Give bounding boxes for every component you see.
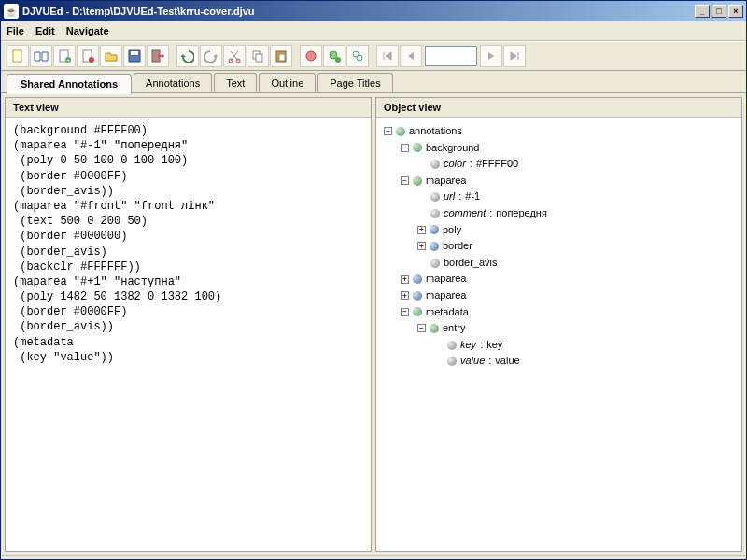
tool-link-button[interactable] — [346, 45, 369, 67]
close-button[interactable]: × — [728, 5, 743, 18]
tree-node-metadata[interactable]: −metadata — [384, 304, 734, 321]
tree-leaf-url[interactable]: url:#-1 — [384, 189, 734, 205]
svg-rect-12 — [256, 54, 262, 62]
statusbar — [1, 555, 746, 559]
paste-button[interactable] — [270, 45, 292, 67]
tab-shared-annotations[interactable]: Shared Annotations — [7, 74, 132, 94]
last-page-button[interactable] — [503, 45, 526, 67]
tool-circle-button[interactable] — [300, 45, 322, 67]
undo-button[interactable] — [176, 45, 199, 67]
open-folder-button[interactable] — [100, 45, 122, 67]
add-page-button[interactable]: + — [53, 45, 76, 67]
save-button[interactable] — [123, 45, 146, 67]
tab-text[interactable]: Text — [214, 73, 257, 92]
menu-file[interactable]: File — [7, 25, 24, 36]
text-view-header: Text view — [6, 98, 371, 118]
toggle-icon[interactable]: − — [401, 308, 409, 316]
object-view-panel: Object view −annotations −background col… — [375, 97, 742, 552]
maximize-button[interactable]: □ — [712, 5, 726, 18]
svg-point-19 — [357, 55, 362, 61]
tree-node-entry[interactable]: −entry — [384, 320, 734, 337]
toggle-icon[interactable]: + — [401, 291, 409, 300]
toggle-icon[interactable]: − — [401, 176, 409, 185]
object-tree[interactable]: −annotations −background color:#FFFF00 −… — [376, 118, 741, 551]
menu-navigate[interactable]: Navigate — [66, 25, 109, 36]
tab-annotations[interactable]: Annotations — [134, 73, 212, 92]
open-book-button[interactable] — [30, 45, 52, 67]
minimize-button[interactable]: _ — [695, 5, 710, 18]
new-button[interactable] — [7, 45, 29, 67]
window-title: DJVUEd - D:\temp\DJVUEd-Test\krru-cover.… — [22, 6, 255, 17]
tab-page-titles[interactable]: Page Titles — [317, 73, 392, 92]
tree-leaf-border-avis[interactable]: border_avis — [384, 255, 734, 272]
toggle-icon[interactable]: − — [401, 144, 409, 152]
tree-leaf-color[interactable]: color:#FFFF00 — [384, 156, 734, 173]
tree-node-maparea-1[interactable]: −maparea — [384, 173, 734, 189]
tree-node-background[interactable]: −background — [384, 140, 734, 157]
tree-node-annotations[interactable]: −annotations — [384, 123, 734, 140]
svg-text:+: + — [66, 57, 70, 63]
toolbar: + — [1, 41, 746, 71]
cut-button[interactable] — [223, 45, 246, 67]
tree-node-maparea-2[interactable]: +maparea — [384, 271, 734, 287]
exit-button[interactable] — [147, 45, 169, 67]
toggle-icon[interactable]: − — [417, 324, 426, 332]
first-page-button[interactable] — [376, 45, 399, 67]
tool-add-button[interactable] — [323, 45, 345, 67]
tabbar: Shared Annotations Annotations Text Outl… — [1, 71, 746, 93]
menu-edit[interactable]: Edit — [35, 25, 55, 36]
svg-point-17 — [335, 57, 341, 63]
svg-rect-7 — [131, 51, 138, 55]
next-page-button[interactable] — [480, 45, 502, 67]
text-view-panel: Text view (background #FFFF00) (maparea … — [5, 97, 372, 552]
toggle-icon[interactable]: − — [384, 127, 392, 135]
tree-leaf-comment[interactable]: comment:попередня — [384, 205, 734, 222]
tree-leaf-value[interactable]: value:value — [384, 353, 734, 370]
text-view-body[interactable]: (background #FFFF00) (maparea "#-1" "поп… — [6, 118, 371, 551]
svg-rect-14 — [279, 54, 285, 61]
remove-page-button[interactable] — [77, 45, 99, 67]
menubar: File Edit Navigate — [1, 21, 746, 41]
redo-button[interactable] — [200, 45, 222, 67]
svg-point-5 — [89, 57, 94, 63]
copy-button[interactable] — [247, 45, 269, 67]
content: Text view (background #FFFF00) (maparea … — [1, 93, 746, 555]
tree-node-border[interactable]: +border — [384, 238, 734, 255]
tab-outline[interactable]: Outline — [259, 73, 316, 92]
svg-rect-0 — [13, 50, 21, 62]
toggle-icon[interactable]: + — [417, 226, 426, 234]
toggle-icon[interactable]: + — [417, 242, 426, 250]
object-view-header: Object view — [376, 98, 741, 118]
svg-point-16 — [330, 51, 337, 59]
prev-page-button[interactable] — [400, 45, 422, 67]
tree-node-maparea-3[interactable]: +maparea — [384, 287, 734, 304]
titlebar: ☕ DJVUEd - D:\temp\DJVUEd-Test\krru-cove… — [1, 1, 746, 21]
tree-leaf-key[interactable]: key:key — [384, 337, 734, 354]
svg-point-15 — [306, 51, 316, 61]
app-icon: ☕ — [4, 4, 19, 19]
page-number-input[interactable] — [425, 46, 477, 66]
toggle-icon[interactable]: + — [401, 275, 409, 284]
tree-node-poly[interactable]: +poly — [384, 222, 734, 239]
